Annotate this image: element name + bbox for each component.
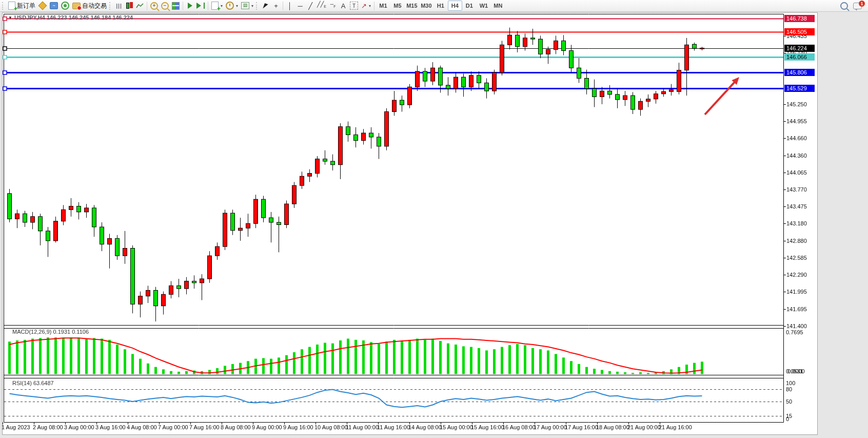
vertical-line-icon: │ (288, 3, 292, 9)
new-chart-icon (211, 2, 219, 10)
autotrading-label: 自动交易 (82, 2, 107, 10)
cursor-icon (263, 3, 268, 10)
timeframe-button-h4[interactable]: H4 (448, 1, 462, 11)
fibonacci-icon: ┄F (330, 1, 336, 10)
chart-shift-icon (196, 3, 201, 9)
chart-shift-button[interactable] (195, 1, 206, 11)
text-icon: A (341, 3, 346, 9)
zoom-in-icon: + (150, 2, 158, 10)
horizontal-line-icon: ─ (298, 3, 302, 9)
vertical-line-button[interactable]: │ (285, 1, 295, 11)
toolbar-right: 1 (840, 2, 867, 10)
chevron-down-icon: ▾ (221, 4, 223, 8)
timeframe-button-m15[interactable]: M15 (405, 1, 419, 11)
new-order-button[interactable]: 新订单 (7, 1, 37, 11)
clock-icon (226, 2, 234, 10)
text-label-button[interactable]: T (348, 1, 360, 11)
timeframe-button-w1[interactable]: W1 (477, 1, 491, 11)
mt4-workspace: 新订单 ~ 自动交易 ||| + − ▾ ▾ ▤▾ + │ ─ ╱ ╱╱E ┄F… (0, 0, 868, 438)
horizontal-line-button[interactable]: ─ (295, 1, 305, 11)
arrow-object-icon: ↗ (361, 3, 367, 9)
autotrading-icon (72, 3, 81, 9)
zoom-out-icon: − (161, 2, 169, 10)
fibonacci-button[interactable]: ┄F (328, 1, 338, 11)
new-chart-button[interactable]: ▾ (210, 1, 224, 11)
new-order-icon (8, 2, 15, 10)
arrows-button[interactable]: ↗▾ (360, 1, 372, 11)
new-order-label: 新订单 (17, 2, 35, 10)
candlestick-icon (126, 3, 129, 9)
timeframe-button-m1[interactable]: M1 (376, 1, 390, 11)
autotrading-button[interactable]: 自动交易 (71, 1, 108, 11)
tile-windows-icon (172, 2, 180, 10)
auto-scroll-icon (188, 3, 192, 9)
line-chart-button[interactable] (134, 1, 145, 11)
trendline-icon: ╱ (308, 3, 312, 9)
market-button[interactable]: ~ (48, 1, 60, 11)
signals-icon (61, 2, 69, 10)
text-label-icon: T (350, 2, 358, 10)
toolbar-grip (256, 2, 259, 10)
equidistant-channel-button[interactable]: ╱╱E (315, 1, 328, 11)
toolbar-separator (183, 2, 183, 10)
toolbar-grip (2, 2, 5, 10)
crosshair-icon: + (274, 3, 278, 9)
signals-button[interactable] (60, 1, 71, 11)
bar-chart-button[interactable]: ||| (114, 1, 124, 11)
notifications-icon[interactable]: 1 (853, 3, 862, 9)
timeframe-strip: M1M5M15M30H1H4D1W1MN (376, 1, 505, 11)
toolbar-separator (208, 2, 208, 10)
auto-scroll-button[interactable] (185, 1, 195, 11)
zoom-out-button[interactable]: − (160, 1, 170, 11)
toolbar: 新订单 ~ 自动交易 ||| + − ▾ ▾ ▤▾ + │ ─ ╱ ╱╱E ┄F… (0, 0, 868, 12)
toolbar-separator (147, 2, 147, 10)
notification-badge: 1 (859, 1, 865, 7)
candlestick-chart-button[interactable] (124, 1, 134, 11)
toolbar-grip (109, 2, 112, 10)
search-icon[interactable] (840, 2, 848, 10)
chevron-down-icon: ▾ (236, 4, 238, 8)
equidistant-channel-icon: ╱╱E (317, 1, 326, 10)
profiles-button[interactable]: ▾ (224, 1, 240, 11)
market-icon: ~ (50, 2, 58, 9)
mql5-community-button[interactable] (37, 1, 48, 11)
bar-chart-icon: ||| (116, 3, 122, 9)
zoom-in-button[interactable]: + (149, 1, 160, 11)
crosshair-button[interactable]: + (271, 1, 281, 11)
toolbar-separator (374, 2, 374, 10)
tile-windows-button[interactable] (170, 1, 181, 11)
trendline-button[interactable]: ╱ (305, 1, 315, 11)
mql5-icon (38, 2, 47, 10)
toolbar-separator (283, 2, 283, 10)
timeframe-button-h1[interactable]: H1 (433, 1, 448, 11)
cursor-button[interactable] (261, 1, 271, 11)
line-chart-icon (136, 3, 144, 9)
timeframe-button-mn[interactable]: MN (491, 1, 505, 11)
timeframe-button-d1[interactable]: D1 (462, 1, 477, 11)
chevron-down-icon: ▾ (369, 4, 371, 8)
timeframe-button-m30[interactable]: M30 (419, 1, 433, 11)
templates-button[interactable]: ▤▾ (240, 1, 255, 11)
template-icon: ▤ (241, 2, 249, 9)
text-button[interactable]: A (338, 1, 348, 11)
chart-canvas[interactable] (0, 0, 868, 438)
chevron-down-icon: ▾ (251, 4, 253, 8)
timeframe-button-m5[interactable]: M5 (390, 1, 405, 11)
